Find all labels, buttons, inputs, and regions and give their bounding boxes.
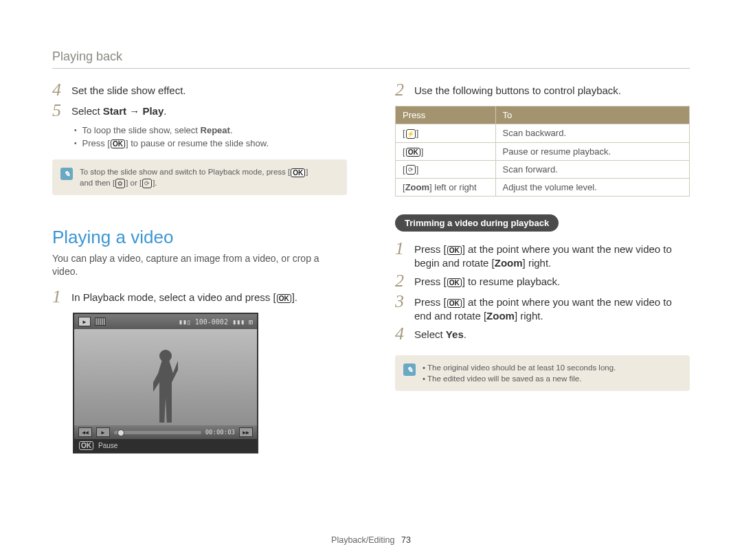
cell-to: Pause or resume playback.: [495, 142, 689, 160]
thumbnail-controls: ◀◀ ▶ 00:00:03 ▶▶: [74, 425, 257, 439]
section-description: You can play a video, capture an image f…: [52, 252, 347, 278]
text-fragment: ] left or right: [429, 182, 477, 192]
step-number: 3: [395, 293, 414, 311]
ok-icon: OK: [277, 294, 291, 303]
table-row: [Zoom] left or right Adjust the volume l…: [396, 179, 690, 197]
text-fragment: .: [230, 125, 233, 135]
pause-label: Pause: [98, 442, 117, 449]
step-number: 2: [395, 81, 414, 99]
footer-page-number: 73: [401, 535, 411, 545]
bold-text: Start: [103, 105, 126, 117]
cell-to: Scan backward.: [495, 124, 689, 143]
step-text: In Playback mode, select a video and pre…: [71, 289, 297, 304]
thumbnail-footer: OK Pause: [74, 439, 257, 452]
step-text: Set the slide show effect.: [71, 82, 186, 98]
ok-icon: OK: [291, 168, 305, 177]
step-number: 1: [395, 240, 414, 258]
section-title-playing-video: Playing a video: [52, 227, 347, 248]
text-fragment: ] right.: [523, 257, 552, 269]
bullet-item: To loop the slide show, select Repeat.: [74, 125, 347, 135]
text-fragment: ].: [153, 179, 157, 187]
cell-press: [⚡]: [396, 124, 496, 143]
cell-to: Scan forward.: [495, 160, 689, 179]
cell-press: [Zoom] left or right: [396, 179, 496, 197]
bold-text: Play: [142, 105, 164, 117]
file-id-text: 100-0002: [195, 318, 228, 326]
cell-to: Adjust the volume level.: [495, 179, 689, 197]
footer-section: Playback/Editing: [331, 535, 394, 545]
ok-icon: OK: [447, 299, 462, 308]
timer-icon: ⟳: [142, 179, 152, 188]
text-fragment: ].: [292, 291, 297, 303]
step-text: Select Yes.: [414, 326, 466, 341]
timestamp-text: 00:00:03: [205, 429, 235, 436]
step-number: 4: [52, 81, 71, 99]
ok-icon: OK: [447, 246, 462, 255]
step-text: Press [OK] at the point where you want t…: [414, 294, 690, 322]
table-row: [⚡] Scan backward.: [396, 124, 690, 143]
bold-text: Zoom: [405, 182, 429, 192]
play-icon: ▶: [96, 427, 110, 437]
text-fragment: To stop the slide show and switch to Pla…: [80, 168, 290, 176]
text-fragment: Press [: [414, 296, 447, 308]
page-footer: Playback/Editing 73: [0, 535, 742, 545]
trim-step-2: 2 Press [OK] to resume playback.: [395, 273, 690, 290]
step-number: 4: [395, 325, 414, 343]
playback-control-step-2: 2 Use the following buttons to control p…: [395, 82, 690, 99]
playing-video-step-1: 1 In Playback mode, select a video and p…: [52, 289, 347, 306]
step-number: 1: [52, 288, 71, 306]
text-fragment: and then [: [80, 179, 115, 187]
table-row: [⟳] Scan forward.: [396, 160, 690, 179]
thumbnail-image-area: [74, 329, 257, 425]
left-column: 4 Set the slide show effect. 5 Select St…: [52, 82, 347, 453]
ok-icon: OK: [447, 278, 462, 287]
ok-icon: OK: [406, 148, 420, 157]
table-header-press: Press: [396, 107, 496, 124]
text-fragment: ]: [306, 168, 308, 176]
cell-press: [OK]: [396, 142, 496, 160]
note-box-2: ✎ The original video should be at least …: [395, 355, 690, 391]
bold-text: Yes: [446, 328, 464, 340]
text-fragment: .: [164, 105, 166, 117]
battery-icon: ▮▮▮: [232, 318, 245, 326]
step-text: Select Start → Play.: [71, 103, 166, 118]
flash-icon: ⚡: [406, 129, 416, 139]
step-5-bullets: To loop the slide show, select Repeat. P…: [74, 125, 347, 148]
play-mode-icon: [78, 317, 91, 326]
note-text: The original video should be at least 10…: [423, 362, 616, 384]
text-fragment: Select: [71, 105, 103, 117]
table-row: [OK] Pause or resume playback.: [396, 142, 690, 160]
step-text: Press [OK] at the point where you want t…: [414, 241, 690, 269]
text-fragment: To loop the slide show, select: [82, 125, 201, 135]
text-fragment: ] to resume playback.: [462, 276, 561, 287]
signal-icon: ▮▮▯: [179, 318, 191, 326]
step-5: 5 Select Start → Play.: [52, 103, 347, 120]
note-box-1: ✎ To stop the slide show and switch to P…: [52, 159, 347, 195]
note-icon: ✎: [60, 168, 73, 180]
breadcrumb: Playing back: [52, 49, 690, 69]
step-4: 4 Set the slide show effect.: [52, 82, 347, 99]
text-fragment: Press [: [414, 243, 447, 255]
text-fragment: ] right.: [515, 310, 543, 322]
forward-icon: ▶▶: [239, 427, 253, 437]
step-number: 2: [395, 272, 414, 290]
section-pill-trimming: Trimming a video during playback: [395, 214, 559, 232]
arrow-text: →: [126, 105, 142, 117]
macro-icon: ✿: [115, 179, 125, 188]
trim-step-1: 1 Press [OK] at the point where you want…: [395, 241, 690, 269]
text-fragment: ] or [: [126, 179, 142, 187]
ok-icon: OK: [79, 441, 93, 450]
bold-text: Zoom: [486, 310, 515, 322]
bold-text: Repeat: [201, 125, 230, 135]
bullet-item: Press [OK] to pause or resume the slide …: [74, 138, 347, 148]
step-text: Press [OK] to resume playback.: [414, 273, 560, 289]
note-bullet: The edited video will be saved as a new …: [423, 373, 616, 384]
storage-icon: ⊞: [249, 318, 253, 326]
film-icon: [95, 317, 106, 326]
ok-icon: OK: [111, 139, 125, 148]
text-fragment: Select: [414, 328, 446, 340]
progress-bar: [114, 431, 201, 434]
text-fragment: In Playback mode, select a video and pre…: [71, 291, 276, 303]
thumbnail-top-bar: ▮▮▯ 100-0002 ▮▮▮ ⊞: [74, 314, 257, 329]
table-header-to: To: [495, 107, 689, 124]
